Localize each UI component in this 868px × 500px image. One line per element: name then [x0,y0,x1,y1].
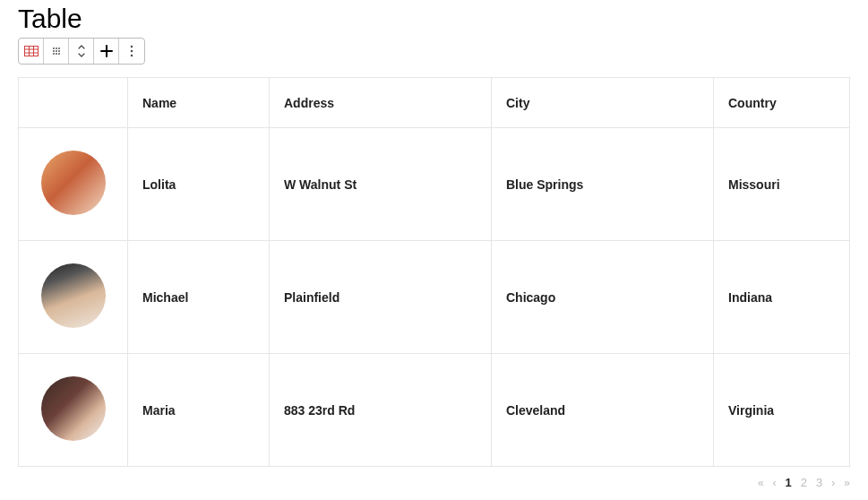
table-row[interactable]: MichaelPlainfieldChicagoIndiana [19,241,850,354]
svg-point-17 [131,50,133,52]
svg-point-12 [56,53,57,55]
page-title: Table [18,4,850,34]
cell-city: Blue Springs [492,128,714,241]
drag-handle-icon[interactable] [44,39,69,64]
svg-point-6 [56,47,57,49]
column-header-country[interactable]: Country [714,78,850,128]
avatar [41,151,106,215]
page-first-icon[interactable]: « [758,477,764,489]
cell-country: Virginia [714,354,850,467]
table-row[interactable]: LolitaW Walnut StBlue SpringsMissouri [19,128,850,241]
cell-country: Indiana [714,241,850,354]
cell-name: Michael [128,241,270,354]
avatar [41,376,106,441]
svg-point-18 [131,55,133,56]
svg-point-16 [131,46,133,47]
page-last-icon[interactable]: » [844,477,850,489]
reorder-rows-icon[interactable] [69,39,94,64]
grid-icon[interactable] [19,39,44,64]
cell-address: 883 23rd Rd [270,354,492,467]
cell-address: W Walnut St [270,128,492,241]
page-next-icon[interactable]: › [831,477,835,489]
page-prev-icon[interactable]: ‹ [773,477,777,489]
svg-point-10 [58,50,60,52]
page-number[interactable]: 1 [786,476,792,489]
svg-point-5 [53,47,55,49]
data-table: Name Address City Country LolitaW Walnut… [18,77,850,467]
svg-point-13 [58,53,60,55]
table-header-row: Name Address City Country [19,78,850,128]
more-menu-icon[interactable] [119,39,144,64]
page-number[interactable]: 3 [816,476,822,489]
pagination: « ‹ 123 › » [18,476,850,489]
cell-name: Maria [128,354,270,467]
page-number[interactable]: 2 [801,476,807,489]
add-row-button[interactable] [94,39,119,64]
column-header-avatar[interactable] [19,78,128,128]
svg-point-9 [56,50,57,52]
table-row[interactable]: Maria883 23rd RdClevelandVirginia [19,354,850,467]
svg-point-11 [53,53,55,55]
cell-name: Lolita [128,128,270,241]
avatar [41,263,106,328]
svg-point-8 [53,50,55,52]
column-header-name[interactable]: Name [128,78,270,128]
cell-address: Plainfield [270,241,492,354]
cell-city: Cleveland [492,354,714,467]
svg-point-7 [58,47,60,49]
cell-country: Missouri [714,128,850,241]
cell-city: Chicago [492,241,714,354]
column-header-address[interactable]: Address [270,78,492,128]
column-header-city[interactable]: City [492,78,714,128]
svg-rect-0 [24,47,38,56]
table-toolbar [18,38,145,65]
